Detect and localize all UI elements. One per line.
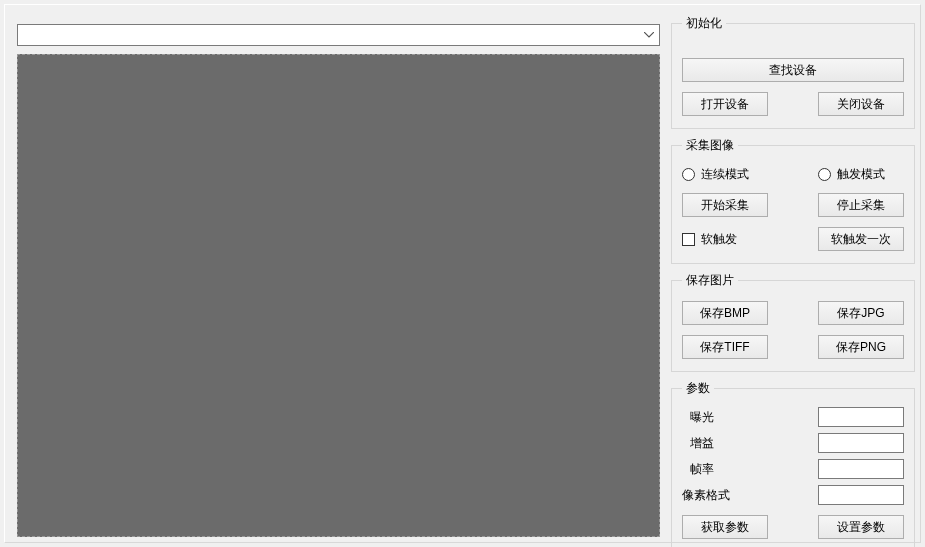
close-device-button[interactable]: 关闭设备 (818, 92, 904, 116)
continuous-mode-label: 连续模式 (701, 166, 749, 183)
continuous-mode-radio[interactable]: 连续模式 (682, 166, 749, 183)
group-capture: 采集图像 连续模式 触发模式 开始采集 停止采集 软触发 (671, 137, 915, 264)
save-jpg-button[interactable]: 保存JPG (818, 301, 904, 325)
pixel-format-input[interactable] (818, 485, 904, 505)
group-params: 参数 曝光 增益 帧率 像素格式 获取参数 设置参数 (671, 380, 915, 547)
get-params-button[interactable]: 获取参数 (682, 515, 768, 539)
group-capture-legend: 采集图像 (682, 137, 738, 154)
save-png-button[interactable]: 保存PNG (818, 335, 904, 359)
exposure-input[interactable] (818, 407, 904, 427)
chevron-down-icon (642, 28, 656, 42)
trigger-mode-label: 触发模式 (837, 166, 885, 183)
main-frame: 初始化 查找设备 打开设备 关闭设备 采集图像 连续模式 触发模式 (4, 4, 921, 543)
group-save: 保存图片 保存BMP 保存JPG 保存TIFF 保存PNG (671, 272, 915, 372)
pixel-format-label: 像素格式 (682, 487, 770, 504)
group-init: 初始化 查找设备 打开设备 关闭设备 (671, 15, 915, 129)
framerate-label: 帧率 (690, 461, 770, 478)
soft-trigger-label: 软触发 (701, 231, 737, 248)
side-panel: 初始化 查找设备 打开设备 关闭设备 采集图像 连续模式 触发模式 (671, 15, 915, 547)
save-bmp-button[interactable]: 保存BMP (682, 301, 768, 325)
device-dropdown[interactable] (17, 24, 660, 46)
start-capture-button[interactable]: 开始采集 (682, 193, 768, 217)
group-init-legend: 初始化 (682, 15, 726, 32)
soft-trigger-checkbox[interactable]: 软触发 (682, 231, 737, 248)
checkbox-icon (682, 233, 695, 246)
stop-capture-button[interactable]: 停止采集 (818, 193, 904, 217)
gain-input[interactable] (818, 433, 904, 453)
open-device-button[interactable]: 打开设备 (682, 92, 768, 116)
group-save-legend: 保存图片 (682, 272, 738, 289)
radio-icon (818, 168, 831, 181)
set-params-button[interactable]: 设置参数 (818, 515, 904, 539)
framerate-input[interactable] (818, 459, 904, 479)
image-preview-area (17, 54, 660, 537)
trigger-mode-radio[interactable]: 触发模式 (818, 166, 904, 183)
soft-trigger-once-button[interactable]: 软触发一次 (818, 227, 904, 251)
group-params-legend: 参数 (682, 380, 714, 397)
exposure-label: 曝光 (690, 409, 770, 426)
save-tiff-button[interactable]: 保存TIFF (682, 335, 768, 359)
find-device-button[interactable]: 查找设备 (682, 58, 904, 82)
gain-label: 增益 (690, 435, 770, 452)
radio-icon (682, 168, 695, 181)
